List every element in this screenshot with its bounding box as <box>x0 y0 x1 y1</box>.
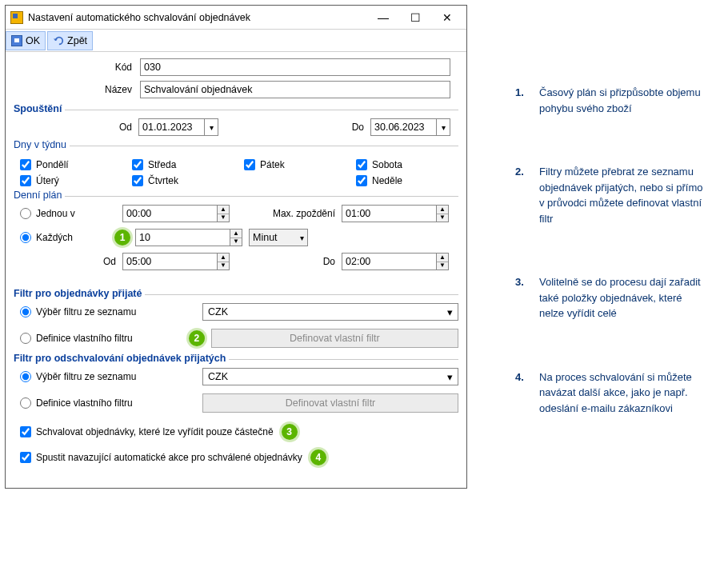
checkbox-sunday[interactable]: Neděle <box>356 175 468 186</box>
ok-button-label: OK <box>26 35 40 46</box>
checkbox-monday[interactable]: Pondělí <box>20 159 132 170</box>
close-button[interactable]: ✕ <box>431 6 463 29</box>
window-title: Nastavení automatického schvalování obje… <box>28 12 367 23</box>
filter-disapprove-legend: Filtr pro odschvalování objednávek přija… <box>14 353 229 364</box>
code-label: Kód <box>14 62 140 73</box>
filter-in-list-select[interactable]: CZK ▾ <box>202 303 458 321</box>
every-value-input[interactable] <box>135 229 230 246</box>
back-button[interactable]: Zpět <box>47 31 93 50</box>
define-custom-filter-in-button[interactable]: Definovat vlastní filtr <box>211 329 458 348</box>
back-button-label: Zpět <box>67 35 87 46</box>
spin-down-icon[interactable]: ▼ <box>218 262 229 270</box>
filter-incoming-group: Filtr pro objednávky přijaté Výběr filtr… <box>14 294 458 348</box>
badge-3: 3 <box>282 424 298 440</box>
filter-out-list-value: CZK <box>208 371 228 382</box>
radio-filter-out-custom[interactable]: Definice vlastního filtru <box>20 397 193 409</box>
daily-plan-legend: Denní plán <box>14 190 65 201</box>
name-input[interactable] <box>140 81 450 98</box>
date-from-input[interactable] <box>138 118 204 136</box>
minimize-button[interactable]: — <box>367 6 399 29</box>
radio-once[interactable]: Jednou v <box>20 208 116 219</box>
spin-down-icon[interactable]: ▼ <box>230 238 242 246</box>
checkbox-partial-approval[interactable]: Schvalovat objednávky, které lze vyřídit… <box>20 424 458 440</box>
toolbar: OK Zpět <box>6 30 466 52</box>
note-1: 1. Časový plán si přizpůsobte objemu poh… <box>515 85 707 116</box>
note-2: 2. Filtry můžete přebrat ze seznamu obje… <box>515 164 707 226</box>
plan-to-input[interactable] <box>342 253 436 270</box>
dialog-window: Nastavení automatického schvalování obje… <box>5 5 467 489</box>
date-to-label: Do <box>342 122 364 133</box>
radio-filter-out-list[interactable]: Výběr filtru ze seznamu <box>20 371 193 382</box>
date-from-field[interactable]: ▾ <box>138 118 218 136</box>
note-3: 3. Volitelně se do procesu dají zařadit … <box>515 274 707 321</box>
badge-2: 2 <box>189 330 205 346</box>
plan-to-spin[interactable]: ▲▼ <box>342 253 449 270</box>
titlebar: Nastavení automatického schvalování obje… <box>6 6 466 30</box>
undo-icon <box>53 35 64 46</box>
date-to-field[interactable]: ▾ <box>370 118 450 136</box>
weekdays-legend: Dny v týdnu <box>14 139 70 150</box>
plan-to-label: Do <box>258 256 335 267</box>
save-icon <box>11 35 22 46</box>
side-notes: 1. Časový plán si přizpůsobte objemu poh… <box>515 5 707 464</box>
plan-from-spin[interactable]: ▲▼ <box>122 253 230 270</box>
ok-button[interactable]: OK <box>6 31 46 50</box>
trigger-group: Spouštění Od ▾ Do ▾ Dny v t <box>14 110 458 270</box>
plan-from-input[interactable] <box>122 253 217 270</box>
app-icon <box>10 11 23 24</box>
spin-up-icon[interactable]: ▲ <box>218 254 229 262</box>
spin-up-icon[interactable]: ▲ <box>230 230 242 238</box>
radio-every[interactable]: Každých <box>20 232 116 243</box>
spin-down-icon[interactable]: ▼ <box>437 262 448 270</box>
every-unit-select[interactable]: Minut ▾ <box>249 229 308 246</box>
filter-incoming-legend: Filtr pro objednávky přijaté <box>14 288 145 299</box>
weekdays-group: Dny v týdnu Pondělí Středa Pátek Sobota … <box>14 146 458 186</box>
chevron-down-icon: ▾ <box>447 371 453 383</box>
every-value-spin[interactable]: ▲▼ <box>135 229 242 246</box>
spin-up-icon[interactable]: ▲ <box>437 254 448 262</box>
filter-disapprove-group: Filtr pro odschvalování objednávek přija… <box>14 359 458 413</box>
once-time-spin[interactable]: ▲▼ <box>122 205 230 222</box>
checkbox-run-followup[interactable]: Spustit navazující automatické akce pro … <box>20 449 458 465</box>
filter-out-list-select[interactable]: CZK ▾ <box>202 368 458 385</box>
define-custom-filter-out-button[interactable]: Definovat vlastní filtr <box>202 393 458 413</box>
plan-from-label: Od <box>103 256 116 267</box>
spin-down-icon[interactable]: ▼ <box>437 214 448 222</box>
date-from-label: Od <box>110 122 132 133</box>
spin-up-icon[interactable]: ▲ <box>218 206 229 214</box>
radio-filter-in-custom[interactable]: Definice vlastního filtru <box>20 333 187 344</box>
chevron-down-icon: ▾ <box>300 234 304 242</box>
checkbox-saturday[interactable]: Sobota <box>356 159 468 170</box>
checkbox-wednesday[interactable]: Středa <box>132 159 244 170</box>
code-input[interactable] <box>140 58 450 76</box>
chevron-down-icon: ▾ <box>447 306 453 318</box>
max-delay-label: Max. zpoždění <box>258 208 335 219</box>
name-label: Název <box>14 84 140 95</box>
chevron-down-icon[interactable]: ▾ <box>204 118 218 136</box>
maximize-button[interactable]: ☐ <box>399 6 431 29</box>
once-time-input[interactable] <box>122 205 217 222</box>
date-to-input[interactable] <box>370 118 436 136</box>
note-4: 4. Na proces schvalování si můžete naváz… <box>515 369 707 417</box>
max-delay-input[interactable] <box>342 205 436 222</box>
max-delay-spin[interactable]: ▲▼ <box>342 205 449 222</box>
every-unit-value: Minut <box>253 232 278 243</box>
spin-up-icon[interactable]: ▲ <box>437 206 448 214</box>
checkbox-friday[interactable]: Pátek <box>244 159 356 170</box>
daily-plan-group: Denní plán Jednou v ▲▼ Max. zpoždění <box>14 196 458 270</box>
checkbox-tuesday[interactable]: Úterý <box>20 175 132 186</box>
chevron-down-icon[interactable]: ▾ <box>436 118 450 136</box>
spin-down-icon[interactable]: ▼ <box>218 214 229 222</box>
trigger-legend: Spouštění <box>14 103 65 114</box>
filter-in-list-value: CZK <box>208 306 228 317</box>
badge-4: 4 <box>310 449 326 465</box>
checkbox-thursday[interactable]: Čtvrtek <box>132 175 244 186</box>
radio-filter-in-list[interactable]: Výběr filtru ze seznamu <box>20 306 193 317</box>
badge-1: 1 <box>114 230 130 246</box>
